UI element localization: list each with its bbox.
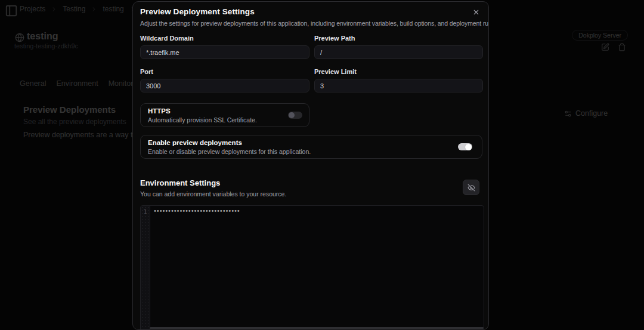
port-field-group: Port <box>140 68 309 92</box>
dialog-description: Adjust the settings for preview deployme… <box>140 20 481 27</box>
toggle-knob <box>289 112 295 118</box>
enable-preview-card-text: Enable preview deployments Enable or dis… <box>148 139 311 155</box>
dialog-title: Preview Deployment Settings <box>140 7 481 16</box>
preview-path-label: Preview Path <box>314 35 483 42</box>
preview-path-input[interactable] <box>314 45 483 59</box>
settings-form: Wildcard Domain Preview Path Port Previe… <box>140 35 481 101</box>
close-icon <box>472 8 480 16</box>
masked-env-line: •••••••••••••••••••••••••••••• <box>153 208 481 214</box>
horizontal-scrollbar[interactable] <box>150 327 484 329</box>
preview-settings-dialog: Preview Deployment Settings Adjust the s… <box>132 1 489 330</box>
editor-content[interactable]: •••••••••••••••••••••••••••••• <box>150 206 484 330</box>
editor-line-numbers: 1 <box>141 206 150 330</box>
preview-limit-label: Preview Limit <box>314 68 483 75</box>
enable-preview-description: Enable or disable preview deployments fo… <box>148 148 311 155</box>
environment-settings-header: Environment Settings You can add environ… <box>140 178 481 198</box>
toggle-knob <box>465 144 472 150</box>
enable-preview-toggle[interactable] <box>458 143 472 150</box>
wildcard-domain-field-group: Wildcard Domain <box>140 35 309 59</box>
wildcard-domain-input[interactable] <box>140 45 309 59</box>
eye-off-icon <box>467 184 475 192</box>
https-card: HTTPS Automatically provision SSL Certif… <box>140 103 309 127</box>
https-description: Automatically provision SSL Certificate. <box>148 116 257 124</box>
https-toggle[interactable] <box>288 112 302 119</box>
environment-settings-title: Environment Settings <box>140 178 481 187</box>
preview-limit-input[interactable] <box>314 79 483 92</box>
wildcard-domain-label: Wildcard Domain <box>140 35 309 42</box>
preview-path-field-group: Preview Path <box>314 35 483 59</box>
port-input[interactable] <box>140 79 309 92</box>
environment-variables-editor[interactable]: 1 •••••••••••••••••••••••••••••• <box>140 205 484 330</box>
environment-settings-description: You can add environment variables to you… <box>140 190 481 198</box>
close-button[interactable] <box>472 7 482 17</box>
https-card-text: HTTPS Automatically provision SSL Certif… <box>148 107 257 124</box>
toggle-visibility-button[interactable] <box>463 180 479 195</box>
enable-preview-title: Enable preview deployments <box>148 139 311 146</box>
port-label: Port <box>140 68 309 75</box>
enable-preview-card: Enable preview deployments Enable or dis… <box>140 135 482 159</box>
line-number: 1 <box>144 208 147 215</box>
https-title: HTTPS <box>148 107 257 115</box>
preview-limit-field-group: Preview Limit <box>314 68 483 92</box>
